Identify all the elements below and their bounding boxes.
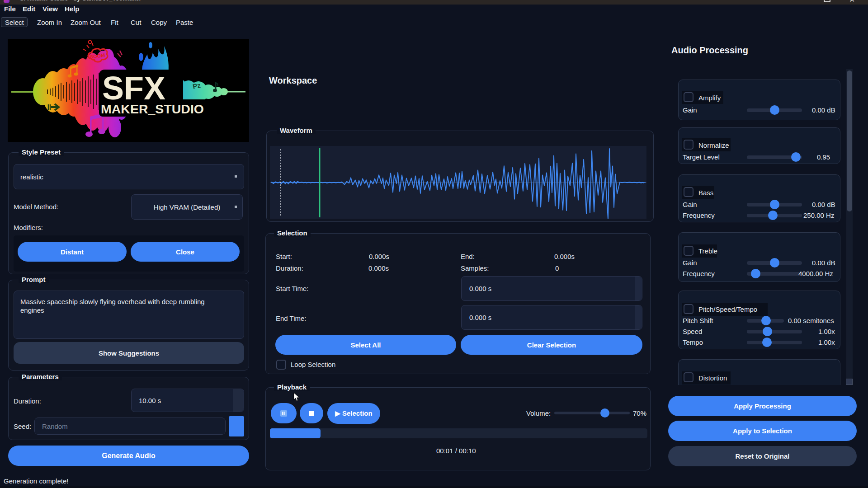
svg-text:SFX: SFX [102,70,165,106]
svg-text:Pz: Pz [192,81,201,90]
svg-text:MAKER_STUDIO: MAKER_STUDIO [101,102,204,116]
